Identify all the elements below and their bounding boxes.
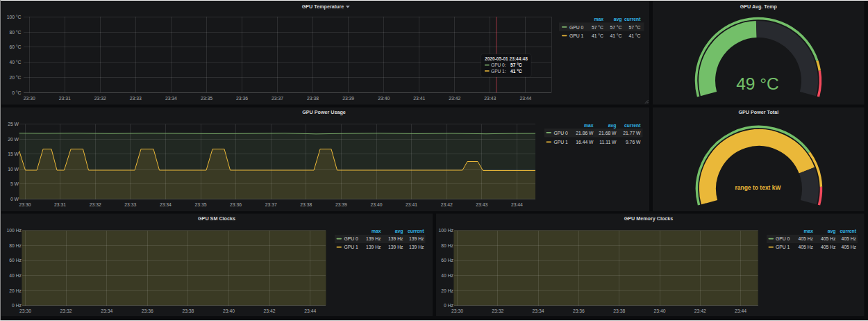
svg-text:current: current xyxy=(840,229,857,233)
svg-text:max: max xyxy=(594,17,603,22)
svg-text:23:41: 23:41 xyxy=(406,202,417,207)
svg-text:range to text kW: range to text kW xyxy=(735,184,781,191)
svg-text:23:42: 23:42 xyxy=(264,308,276,313)
svg-text:0 Hz: 0 Hz xyxy=(12,303,22,308)
svg-text:20 Hz: 20 Hz xyxy=(9,288,22,293)
svg-text:GPU Power Usage: GPU Power Usage xyxy=(302,109,346,115)
svg-text:23:44: 23:44 xyxy=(735,308,746,313)
svg-text:23:33: 23:33 xyxy=(124,202,136,207)
svg-text:avg: avg xyxy=(395,229,403,234)
svg-text:405 Hz: 405 Hz xyxy=(798,236,813,241)
svg-text:current: current xyxy=(408,229,424,233)
svg-text:405 Hz: 405 Hz xyxy=(821,236,836,241)
svg-text:0 W: 0 W xyxy=(10,197,19,201)
svg-text:0 °C: 0 °C xyxy=(12,90,21,95)
svg-text:GPU Temperature: GPU Temperature xyxy=(302,3,344,10)
svg-text:20 W: 20 W xyxy=(8,137,19,142)
svg-text:23:38: 23:38 xyxy=(307,96,319,101)
svg-text:41 °C: 41 °C xyxy=(628,33,640,38)
svg-text:23:39: 23:39 xyxy=(342,96,354,101)
svg-text:139 Hz: 139 Hz xyxy=(388,236,403,241)
svg-text:GPU 1: GPU 1 xyxy=(554,140,569,145)
svg-text:23:44: 23:44 xyxy=(519,96,531,101)
svg-text:23:32: 23:32 xyxy=(94,96,106,101)
svg-text:23:31: 23:31 xyxy=(54,202,66,207)
svg-text:GPU 0: GPU 0 xyxy=(776,236,790,241)
svg-text:80 Hz: 80 Hz xyxy=(9,243,22,248)
svg-text:80 Hz: 80 Hz xyxy=(441,243,453,248)
svg-text:100 Hz: 100 Hz xyxy=(438,228,453,233)
svg-text:23:37: 23:37 xyxy=(265,202,277,207)
svg-text:23:32: 23:32 xyxy=(492,308,503,313)
svg-text:GPU 1: GPU 1 xyxy=(569,33,584,38)
svg-text:23:40: 23:40 xyxy=(653,308,665,313)
svg-text:405 Hz: 405 Hz xyxy=(821,245,836,249)
svg-text:60 °C: 60 °C xyxy=(9,44,21,49)
svg-text:100 °C: 100 °C xyxy=(7,15,22,19)
svg-text:23:36: 23:36 xyxy=(230,202,242,207)
svg-text:max: max xyxy=(584,123,594,128)
svg-text:23:35: 23:35 xyxy=(201,96,212,101)
svg-text:41 °C: 41 °C xyxy=(610,33,621,38)
svg-text:57 °C: 57 °C xyxy=(610,25,621,30)
svg-text:avg: avg xyxy=(608,123,617,129)
svg-text:5 W: 5 W xyxy=(10,181,19,186)
svg-text:23:36: 23:36 xyxy=(236,96,248,101)
svg-text:139 Hz: 139 Hz xyxy=(366,245,381,249)
svg-text:23:34: 23:34 xyxy=(533,308,544,313)
svg-text:avg: avg xyxy=(614,17,622,22)
svg-text:23:31: 23:31 xyxy=(59,96,71,101)
svg-text:max: max xyxy=(803,229,813,233)
svg-text:GPU SM Clocks: GPU SM Clocks xyxy=(198,215,235,222)
svg-text:GPU 0: GPU 0 xyxy=(554,131,569,135)
svg-text:23:34: 23:34 xyxy=(101,308,112,313)
svg-text:23:32: 23:32 xyxy=(90,202,101,207)
svg-text:23:42: 23:42 xyxy=(441,202,453,207)
svg-text:57 °C: 57 °C xyxy=(510,63,522,67)
svg-text:41 °C: 41 °C xyxy=(510,69,522,74)
svg-text:23:30: 23:30 xyxy=(24,96,35,101)
svg-text:23:36: 23:36 xyxy=(142,308,153,313)
svg-text:11.11 W: 11.11 W xyxy=(599,140,617,145)
svg-text:20 Hz: 20 Hz xyxy=(441,288,453,293)
svg-text:avg: avg xyxy=(828,229,836,234)
svg-text:GPU 1:: GPU 1: xyxy=(491,69,506,74)
svg-text:23:32: 23:32 xyxy=(60,308,72,313)
svg-text:GPU 0: GPU 0 xyxy=(569,25,584,30)
svg-text:23:30: 23:30 xyxy=(19,308,31,313)
svg-text:49 °C: 49 °C xyxy=(736,74,779,93)
svg-text:23:44: 23:44 xyxy=(511,202,523,207)
svg-text:current: current xyxy=(624,17,641,22)
svg-text:21.68 W: 21.68 W xyxy=(599,131,617,135)
svg-text:60 Hz: 60 Hz xyxy=(9,258,22,263)
svg-text:405 Hz: 405 Hz xyxy=(841,236,856,241)
svg-text:23:34: 23:34 xyxy=(160,202,172,207)
svg-text:21.77 W: 21.77 W xyxy=(623,131,641,135)
svg-text:2020-05-01 23:44:48: 2020-05-01 23:44:48 xyxy=(485,56,528,61)
svg-text:10 W: 10 W xyxy=(8,167,19,172)
svg-text:405 Hz: 405 Hz xyxy=(841,245,856,249)
svg-text:23:30: 23:30 xyxy=(451,308,463,313)
svg-text:20 °C: 20 °C xyxy=(9,75,21,80)
svg-text:current: current xyxy=(624,123,641,128)
svg-text:405 Hz: 405 Hz xyxy=(798,245,813,249)
svg-text:23:38: 23:38 xyxy=(300,202,312,207)
svg-text:GPU Memory Clocks: GPU Memory Clocks xyxy=(624,215,674,222)
svg-text:23:40: 23:40 xyxy=(223,308,235,313)
svg-text:23:40: 23:40 xyxy=(370,202,382,207)
svg-text:40 Hz: 40 Hz xyxy=(9,273,22,278)
svg-text:23:42: 23:42 xyxy=(694,308,706,313)
svg-text:139 Hz: 139 Hz xyxy=(409,236,424,241)
svg-text:139 Hz: 139 Hz xyxy=(366,236,381,241)
svg-text:23:33: 23:33 xyxy=(130,96,142,101)
svg-text:60 Hz: 60 Hz xyxy=(441,258,453,263)
svg-text:139 Hz: 139 Hz xyxy=(409,245,424,249)
svg-text:57 °C: 57 °C xyxy=(628,25,640,30)
svg-text:40 Hz: 40 Hz xyxy=(441,273,453,278)
svg-text:41 °C: 41 °C xyxy=(592,33,603,38)
svg-text:15 W: 15 W xyxy=(8,151,19,156)
svg-text:25 W: 25 W xyxy=(8,122,19,126)
svg-text:max: max xyxy=(372,229,381,233)
svg-text:GPU 0: GPU 0 xyxy=(344,236,359,241)
svg-text:23:30: 23:30 xyxy=(19,202,31,207)
